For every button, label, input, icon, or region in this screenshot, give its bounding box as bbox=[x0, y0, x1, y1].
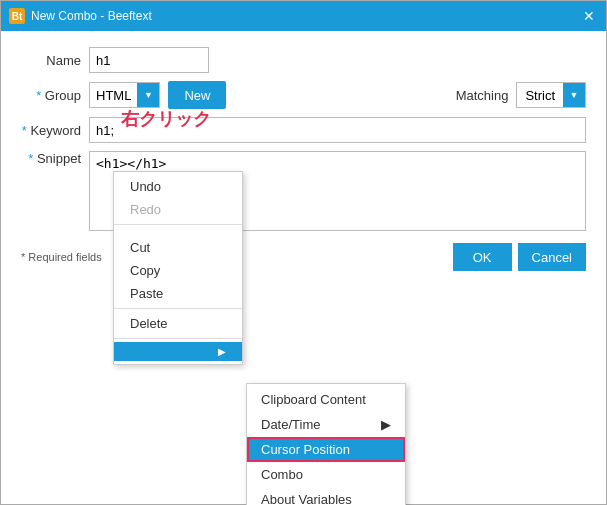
cancel-button[interactable]: Cancel bbox=[518, 243, 586, 271]
app-icon: Bt bbox=[9, 8, 25, 24]
submenu-about-variables[interactable]: About Variables bbox=[247, 487, 405, 505]
name-row: Name bbox=[21, 47, 586, 73]
name-input[interactable] bbox=[89, 47, 209, 73]
keyword-row: * Keyword bbox=[21, 117, 586, 143]
group-dropdown[interactable]: HTML bbox=[89, 82, 160, 108]
context-menu-delete[interactable]: Paste bbox=[114, 282, 242, 305]
ok-button[interactable]: OK bbox=[453, 243, 512, 271]
group-label: * Group bbox=[21, 88, 81, 103]
snippet-label: * Snippet bbox=[21, 151, 81, 166]
submenu-clipboard-content[interactable]: Clipboard Content bbox=[247, 387, 405, 412]
matching-dropdown[interactable]: Strict bbox=[516, 82, 586, 108]
group-value: HTML bbox=[90, 88, 137, 103]
dialog-buttons: OK Cancel bbox=[453, 243, 586, 271]
submenu-datetime[interactable]: Date/Time ▶ bbox=[247, 412, 405, 437]
context-menu-cut[interactable] bbox=[114, 228, 242, 236]
context-menu-paste[interactable]: Copy bbox=[114, 259, 242, 282]
context-menu-insert-variable[interactable]: ▶ bbox=[114, 342, 242, 361]
new-button[interactable]: New bbox=[168, 81, 226, 109]
snippet-row: * Snippet <h1></h1> bbox=[21, 151, 586, 231]
context-menu-redo[interactable]: Redo bbox=[114, 198, 242, 221]
matching-label: Matching bbox=[456, 88, 509, 103]
context-menu: Undo Redo Cut Copy Paste Delete ▶ bbox=[113, 171, 243, 365]
submenu-cursor-position[interactable]: Cursor Position bbox=[247, 437, 405, 462]
window-body: Name * Group HTML New Matching Strict * … bbox=[1, 31, 606, 504]
context-menu-select-all[interactable]: Delete bbox=[114, 312, 242, 335]
title-bar: Bt New Combo - Beeftext ✕ bbox=[1, 1, 606, 31]
name-label: Name bbox=[21, 53, 81, 68]
close-button[interactable]: ✕ bbox=[580, 7, 598, 25]
submenu-combo[interactable]: Combo bbox=[247, 462, 405, 487]
insert-var-arrow: ▶ bbox=[218, 346, 226, 357]
keyword-input[interactable] bbox=[89, 117, 586, 143]
context-menu-copy[interactable]: Cut bbox=[114, 236, 242, 259]
bottom-row: * Required fields OK Cancel bbox=[21, 243, 586, 271]
separator-1 bbox=[114, 224, 242, 225]
context-menu-undo[interactable]: Undo bbox=[114, 175, 242, 198]
window-title: New Combo - Beeftext bbox=[31, 9, 574, 23]
group-dropdown-arrow[interactable] bbox=[137, 83, 159, 107]
datetime-arrow: ▶ bbox=[381, 417, 391, 432]
matching-value: Strict bbox=[517, 88, 563, 103]
separator-3 bbox=[114, 338, 242, 339]
matching-dropdown-arrow[interactable] bbox=[563, 83, 585, 107]
submenu: Clipboard Content Date/Time ▶ Cursor Pos… bbox=[246, 383, 406, 505]
required-fields-text: * Required fields bbox=[21, 251, 102, 263]
separator-2 bbox=[114, 308, 242, 309]
keyword-label: * Keyword bbox=[21, 123, 81, 138]
main-window: Bt New Combo - Beeftext ✕ Name * Group H… bbox=[0, 0, 607, 505]
group-row: * Group HTML New Matching Strict bbox=[21, 81, 586, 109]
